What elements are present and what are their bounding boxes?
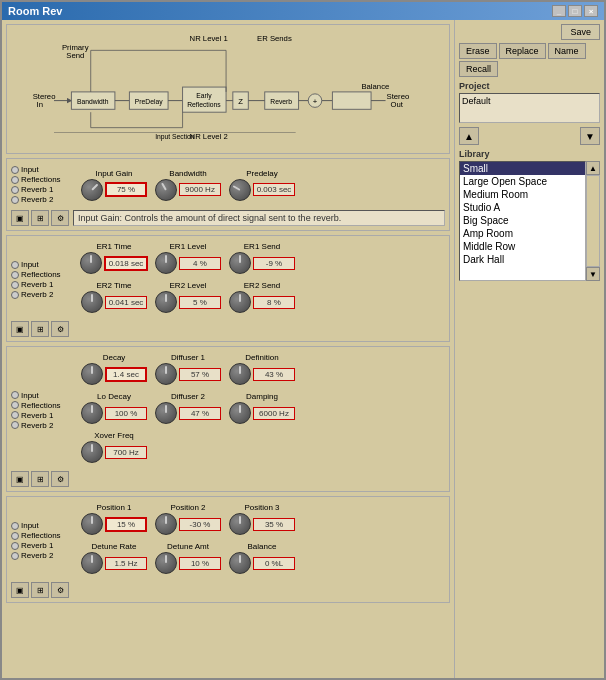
- tool-btn-3a[interactable]: ▣: [11, 471, 29, 487]
- replace-button[interactable]: Replace: [499, 43, 546, 59]
- erase-button[interactable]: Erase: [459, 43, 497, 59]
- s3-reflections[interactable]: Reflections: [11, 401, 71, 410]
- maximize-button[interactable]: □: [568, 5, 582, 17]
- detune-rate-knob[interactable]: [81, 552, 103, 574]
- balance-s4-value[interactable]: 0 %L: [253, 557, 295, 570]
- er1-time-value[interactable]: 0.018 sec: [104, 256, 149, 271]
- signal-option-input[interactable]: Input: [11, 165, 71, 174]
- tool-btn-3c[interactable]: ⚙: [51, 471, 69, 487]
- damping-knob[interactable]: [229, 402, 251, 424]
- balance-s4-knob[interactable]: [229, 552, 251, 574]
- radio-reverb2[interactable]: [11, 196, 19, 204]
- tool-btn-2c[interactable]: ⚙: [51, 321, 69, 337]
- tool-btn-3b[interactable]: ⊞: [31, 471, 49, 487]
- library-list[interactable]: Small Large Open Space Medium Room Studi…: [459, 161, 586, 281]
- library-item-medium[interactable]: Medium Room: [460, 188, 585, 201]
- er1-send-value[interactable]: -9 %: [253, 257, 295, 270]
- scroll-up-button[interactable]: ▲: [586, 161, 600, 175]
- diffuser2-knob[interactable]: [155, 402, 177, 424]
- s4-radio-reflections[interactable]: [11, 532, 19, 540]
- save-button[interactable]: Save: [561, 24, 600, 40]
- s3-radio-reverb2[interactable]: [11, 421, 19, 429]
- s2-input[interactable]: Input: [11, 260, 71, 269]
- s4-reflections[interactable]: Reflections: [11, 531, 71, 540]
- lo-decay-value[interactable]: 100 %: [105, 407, 147, 420]
- s2-radio-input[interactable]: [11, 261, 19, 269]
- detune-amt-value[interactable]: 10 %: [179, 557, 221, 570]
- predelay-value[interactable]: 0.003 sec: [253, 183, 296, 196]
- diffuser2-value[interactable]: 47 %: [179, 407, 221, 420]
- decay-knob[interactable]: [81, 363, 103, 385]
- position2-knob[interactable]: [155, 513, 177, 535]
- position1-knob[interactable]: [81, 513, 103, 535]
- tool-btn-1c[interactable]: ⚙: [51, 210, 69, 226]
- detune-rate-value[interactable]: 1.5 Hz: [105, 557, 147, 570]
- input-gain-value[interactable]: 75 %: [105, 182, 147, 197]
- minimize-button[interactable]: _: [552, 5, 566, 17]
- decay-value[interactable]: 1.4 sec: [105, 367, 147, 382]
- name-button[interactable]: Name: [548, 43, 586, 59]
- s4-radio-reverb2[interactable]: [11, 552, 19, 560]
- lo-decay-knob[interactable]: [81, 402, 103, 424]
- signal-option-reverb2[interactable]: Reverb 2: [11, 195, 71, 204]
- signal-option-reverb1[interactable]: Reverb 1: [11, 185, 71, 194]
- diffuser1-knob[interactable]: [155, 363, 177, 385]
- s3-radio-input[interactable]: [11, 391, 19, 399]
- position2-value[interactable]: -30 %: [179, 518, 221, 531]
- xover-freq-knob[interactable]: [81, 441, 103, 463]
- s3-radio-reflections[interactable]: [11, 401, 19, 409]
- tool-btn-1a[interactable]: ▣: [11, 210, 29, 226]
- radio-reflections[interactable]: [11, 176, 19, 184]
- er2-time-knob[interactable]: [81, 291, 103, 313]
- definition-value[interactable]: 43 %: [253, 368, 295, 381]
- definition-knob[interactable]: [229, 363, 251, 385]
- library-item-studio-a[interactable]: Studio A: [460, 201, 585, 214]
- s2-reverb1[interactable]: Reverb 1: [11, 280, 71, 289]
- tool-btn-4c[interactable]: ⚙: [51, 582, 69, 598]
- position1-value[interactable]: 15 %: [105, 517, 147, 532]
- tool-btn-2a[interactable]: ▣: [11, 321, 29, 337]
- input-gain-knob[interactable]: [81, 179, 103, 201]
- s2-radio-reverb2[interactable]: [11, 291, 19, 299]
- radio-input[interactable]: [11, 166, 19, 174]
- library-item-small[interactable]: Small: [460, 162, 585, 175]
- scroll-track[interactable]: [586, 175, 600, 267]
- s2-radio-reflections[interactable]: [11, 271, 19, 279]
- er2-level-knob[interactable]: [155, 291, 177, 313]
- scroll-down-button[interactable]: ▼: [586, 267, 600, 281]
- s3-input[interactable]: Input: [11, 391, 71, 400]
- position3-value[interactable]: 35 %: [253, 518, 295, 531]
- damping-value[interactable]: 6000 Hz: [253, 407, 295, 420]
- tool-btn-4a[interactable]: ▣: [11, 582, 29, 598]
- s4-reverb1[interactable]: Reverb 1: [11, 541, 71, 550]
- tool-btn-4b[interactable]: ⊞: [31, 582, 49, 598]
- s2-reverb2[interactable]: Reverb 2: [11, 290, 71, 299]
- s3-radio-reverb1[interactable]: [11, 411, 19, 419]
- s3-reverb1[interactable]: Reverb 1: [11, 411, 71, 420]
- er2-time-value[interactable]: 0.041 sec: [105, 296, 148, 309]
- s2-reflections[interactable]: Reflections: [11, 270, 71, 279]
- er1-send-knob[interactable]: [229, 252, 251, 274]
- er1-level-value[interactable]: 4 %: [179, 257, 221, 270]
- s4-reverb2[interactable]: Reverb 2: [11, 551, 71, 560]
- predelay-knob[interactable]: [229, 179, 251, 201]
- er1-level-knob[interactable]: [155, 252, 177, 274]
- bandwidth-knob[interactable]: [155, 179, 177, 201]
- radio-reverb1[interactable]: [11, 186, 19, 194]
- s3-reverb2[interactable]: Reverb 2: [11, 421, 71, 430]
- diffuser1-value[interactable]: 57 %: [179, 368, 221, 381]
- er2-send-knob[interactable]: [229, 291, 251, 313]
- library-item-dark-hall[interactable]: Dark Hall: [460, 253, 585, 266]
- bandwidth-value[interactable]: 9000 Hz: [179, 183, 221, 196]
- position3-knob[interactable]: [229, 513, 251, 535]
- er1-time-knob[interactable]: [80, 252, 102, 274]
- er2-level-value[interactable]: 5 %: [179, 296, 221, 309]
- s4-input[interactable]: Input: [11, 521, 71, 530]
- tool-btn-1b[interactable]: ⊞: [31, 210, 49, 226]
- close-button[interactable]: ×: [584, 5, 598, 17]
- library-item-amp-room[interactable]: Amp Room: [460, 227, 585, 240]
- library-item-big-space[interactable]: Big Space: [460, 214, 585, 227]
- recall-button[interactable]: Recall: [459, 61, 498, 77]
- library-item-middle-row[interactable]: Middle Row: [460, 240, 585, 253]
- nav-up-button[interactable]: ▲: [459, 127, 479, 145]
